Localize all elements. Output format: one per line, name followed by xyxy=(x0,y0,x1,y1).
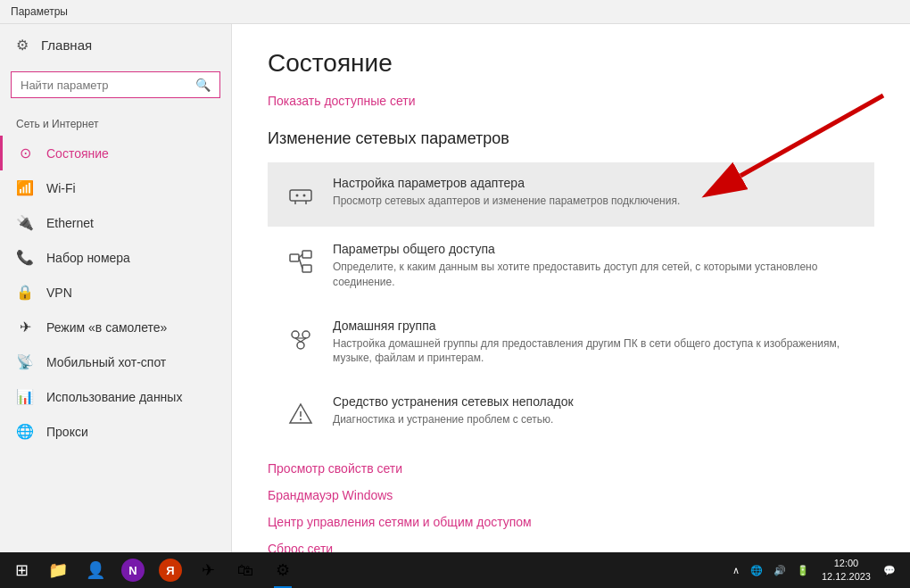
proxy-icon: 🌐 xyxy=(16,423,34,440)
settings-item-title-sharing: Параметры общего доступа xyxy=(333,242,859,256)
taskbar-app-store[interactable]: 🛍 xyxy=(228,552,263,588)
adapter-icon xyxy=(283,178,318,213)
yandex-circle: Я xyxy=(159,559,182,582)
taskbar-time-text: 12:00 xyxy=(834,557,859,570)
onenote-circle: N xyxy=(121,559,145,582)
sidebar-items: ⊙Состояние📶Wi-Fi🔌Ethernet📞Набор номера🔒V… xyxy=(0,136,231,449)
status-icon: ⊙ xyxy=(16,145,34,161)
title-bar: Параметры xyxy=(0,0,910,24)
settings-item-sharing[interactable]: Параметры общего доступаОпределите, к ка… xyxy=(268,228,874,303)
svg-rect-2 xyxy=(290,190,311,201)
taskbar-volume-icon[interactable]: 🔊 xyxy=(768,552,791,588)
sidebar-item-label-dialup: Набор номера xyxy=(46,251,130,265)
datausage-icon: 📊 xyxy=(16,388,34,405)
taskbar-app-onenote[interactable]: N xyxy=(115,552,151,588)
settings-item-title-troubleshoot: Средство устранения сетевых неполадок xyxy=(333,394,859,409)
sidebar-item-hotspot[interactable]: 📡Мобильный хот-спот xyxy=(0,344,231,379)
taskbar-app-explorer[interactable]: 📁 xyxy=(40,552,76,588)
search-input[interactable] xyxy=(12,73,186,97)
yandex-icon: Я xyxy=(159,559,182,582)
explorer-icon: 📁 xyxy=(48,560,68,580)
sidebar-item-proxy[interactable]: 🌐Прокси xyxy=(0,414,231,449)
taskbar-app-settings[interactable]: ⚙ xyxy=(265,552,301,588)
taskbar-date-text: 12.12.2023 xyxy=(822,570,871,584)
taskbar-app-user[interactable]: 👤 xyxy=(78,552,113,588)
search-icon: 🔍 xyxy=(186,72,219,97)
ethernet-icon: 🔌 xyxy=(16,214,34,231)
taskbar-show-hidden[interactable]: ∧ xyxy=(727,552,745,588)
link-items-container: Просмотр свойств сетиБрандмауэр WindowsЦ… xyxy=(268,456,874,552)
settings-item-title-adapter: Настройка параметров адаптера xyxy=(333,176,859,190)
sidebar-item-home[interactable]: ⚙ Главная xyxy=(0,24,231,66)
sidebar-item-status[interactable]: ⊙Состояние xyxy=(0,136,231,170)
taskbar-app-yandex[interactable]: Я xyxy=(153,552,188,588)
taskbar-right: ∧ 🌐 🔊 🔋 12:00 12.12.2023 💬 xyxy=(727,552,906,588)
settings-item-troubleshoot[interactable]: Средство устранения сетевых неполадокДиа… xyxy=(268,381,874,445)
sidebar-item-label-wifi: Wi-Fi xyxy=(46,181,76,195)
taskbar-apps: 📁👤NЯ✈🛍⚙ xyxy=(39,552,727,588)
sidebar-home-label: Главная xyxy=(41,37,92,53)
troubleshoot-icon xyxy=(283,396,318,432)
sidebar-item-label-ethernet: Ethernet xyxy=(46,216,94,230)
sidebar-item-label-hotspot: Мобильный хот-спот xyxy=(46,355,166,369)
svg-point-14 xyxy=(297,342,304,349)
svg-point-20 xyxy=(300,418,302,420)
taskbar-clock[interactable]: 12:00 12.12.2023 xyxy=(815,552,878,588)
sidebar-item-label-status: Состояние xyxy=(46,146,109,161)
link-viewprops[interactable]: Просмотр свойств сети xyxy=(268,456,874,481)
sharing-icon xyxy=(283,244,318,279)
svg-rect-8 xyxy=(302,251,311,258)
sidebar-item-wifi[interactable]: 📶Wi-Fi xyxy=(0,170,231,205)
settings-item-adapter[interactable]: Настройка параметров адаптераПросмотр се… xyxy=(268,162,874,227)
svg-point-12 xyxy=(292,331,299,338)
airplane-icon: ✈ xyxy=(16,319,34,335)
sidebar-item-dialup[interactable]: 📞Набор номера xyxy=(0,240,231,275)
page-title: Состояние xyxy=(268,49,874,78)
settings-items-container: Настройка параметров адаптераПросмотр се… xyxy=(268,162,874,445)
app-container: ⚙ Главная 🔍 Сеть и Интернет ⊙Состояние📶W… xyxy=(0,24,910,552)
link-networkcenter[interactable]: Центр управления сетями и общим доступом xyxy=(268,509,874,534)
wifi-icon: 📶 xyxy=(16,179,34,196)
svg-rect-9 xyxy=(302,265,311,272)
svg-point-13 xyxy=(302,331,310,338)
taskbar-battery-icon[interactable]: 🔋 xyxy=(791,552,815,588)
link-resetnet[interactable]: Сброс сети xyxy=(268,536,874,552)
home-icon: ⚙ xyxy=(16,37,29,54)
sidebar-item-label-proxy: Прокси xyxy=(46,425,88,439)
svg-point-5 xyxy=(296,195,299,197)
telegram-icon: ✈ xyxy=(202,560,215,580)
show-networks-link[interactable]: Показать доступные сети xyxy=(268,94,874,108)
section-title: Изменение сетевых параметров xyxy=(268,129,874,148)
sidebar-item-label-datausage: Использование данных xyxy=(46,390,182,404)
sidebar-item-airplane[interactable]: ✈Режим «в самолете» xyxy=(0,310,231,344)
sidebar-item-datausage[interactable]: 📊Использование данных xyxy=(0,379,231,414)
svg-line-15 xyxy=(295,338,301,342)
vpn-icon: 🔒 xyxy=(16,284,34,301)
svg-rect-7 xyxy=(290,254,299,261)
search-box: 🔍 xyxy=(11,71,220,98)
homegroup-icon xyxy=(283,320,318,356)
svg-line-16 xyxy=(301,338,306,342)
start-button[interactable]: ⊞ xyxy=(4,552,39,588)
settings-item-desc-homegroup: Настройка домашней группы для предоставл… xyxy=(333,336,859,367)
sidebar-item-label-vpn: VPN xyxy=(46,286,72,300)
settings-item-desc-sharing: Определите, к каким данным вы хотите пре… xyxy=(333,260,859,290)
app-title: Параметры xyxy=(11,5,68,18)
taskbar-app-telegram[interactable]: ✈ xyxy=(190,552,226,588)
sidebar-item-label-airplane: Режим «в самолете» xyxy=(46,320,167,335)
main-content: Состояние Показать доступные сети Измене… xyxy=(232,24,910,552)
taskbar-notification-icon[interactable]: 💬 xyxy=(878,552,901,588)
onenote-icon: N xyxy=(121,559,145,582)
sidebar-item-vpn[interactable]: 🔒VPN xyxy=(0,275,231,310)
hotspot-icon: 📡 xyxy=(16,353,34,370)
sidebar: ⚙ Главная 🔍 Сеть и Интернет ⊙Состояние📶W… xyxy=(0,24,232,552)
store-icon: 🛍 xyxy=(237,561,253,580)
settings-item-homegroup[interactable]: Домашняя группаНастройка домашней группы… xyxy=(268,305,874,380)
taskbar-network-icon[interactable]: 🌐 xyxy=(745,552,768,588)
dialup-icon: 📞 xyxy=(16,249,34,266)
settings-item-desc-troubleshoot: Диагностика и устранение проблем с сетью… xyxy=(333,412,859,427)
taskbar: ⊞ 📁👤NЯ✈🛍⚙ ∧ 🌐 🔊 🔋 12:00 12.12.2023 💬 xyxy=(0,552,910,588)
user-icon: 👤 xyxy=(86,560,105,580)
sidebar-item-ethernet[interactable]: 🔌Ethernet xyxy=(0,205,231,240)
link-firewall[interactable]: Брандмауэр Windows xyxy=(268,483,874,508)
